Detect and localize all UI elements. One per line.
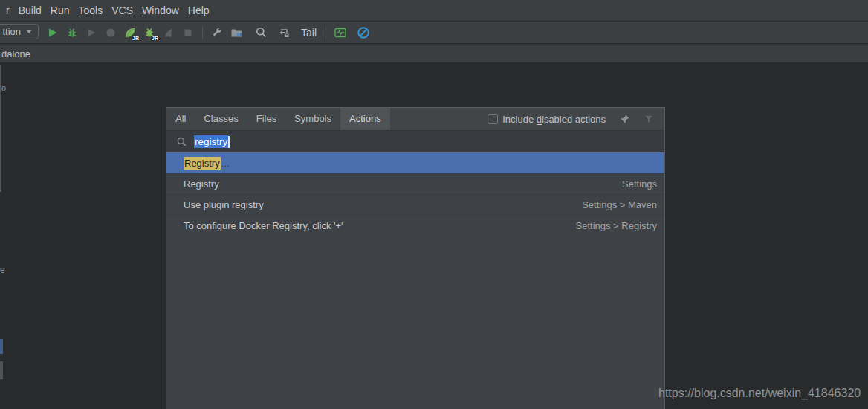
result-row[interactable]: Use plugin registry Settings > Maven — [166, 194, 664, 215]
menu-item-help[interactable]: Help — [184, 4, 214, 16]
update-save-icon — [278, 27, 291, 39]
fin-icon — [163, 27, 175, 39]
toolbar-separator — [202, 26, 203, 39]
result-row[interactable]: Registry Settings — [166, 173, 664, 194]
menu-item-cutoff[interactable]: r — [1, 4, 14, 16]
text-caret — [228, 136, 230, 148]
monitor-button[interactable] — [333, 25, 348, 40]
breadcrumb-bar: dalone — [0, 44, 868, 63]
debug-bug-icon — [66, 27, 78, 39]
prohibit-icon — [357, 26, 370, 39]
menu-item-vcs[interactable]: VCS — [107, 4, 137, 16]
rerun-button-disabled[interactable] — [161, 25, 176, 40]
pin-icon[interactable] — [619, 114, 630, 125]
stop-button-disabled[interactable] — [181, 25, 195, 40]
chevron-down-icon — [26, 30, 32, 33]
menu-item-tools[interactable]: Tools — [74, 4, 108, 16]
update-application-button[interactable] — [276, 25, 291, 40]
tab-classes[interactable]: Classes — [195, 108, 247, 130]
jrebel-badge: JR — [152, 36, 158, 41]
result-match-highlight: Registry — [184, 157, 221, 170]
jrebel-run-button[interactable]: JR — [123, 25, 137, 40]
result-location: Settings — [622, 178, 657, 190]
stop-icon — [182, 27, 194, 39]
jrebel-badge: JR — [132, 36, 139, 41]
tool-window-label-fragment: e — [0, 265, 5, 275]
wrench-icon — [211, 27, 223, 39]
debug-button[interactable] — [65, 25, 80, 40]
tab-files[interactable]: Files — [247, 108, 285, 130]
tab-all[interactable]: All — [166, 108, 195, 130]
run-button[interactable] — [45, 25, 60, 40]
run-configuration-dropdown[interactable]: ttion — [0, 24, 39, 39]
result-row[interactable]: To configure Docker Registry, click '+' … — [166, 215, 664, 236]
menu-bar: r Build Run Tools VCS Window Help — [0, 0, 868, 21]
project-structure-button[interactable] — [229, 25, 244, 40]
result-location: Settings > Maven — [582, 199, 657, 210]
popup-header: All Classes Files Symbols Actions Includ… — [166, 108, 664, 130]
tail-button[interactable]: Tail — [301, 27, 317, 39]
search-everywhere-popup: All Classes Files Symbols Actions Includ… — [166, 107, 665, 409]
menu-item-window[interactable]: Window — [137, 4, 184, 16]
menu-item-build[interactable]: Build — [14, 4, 46, 16]
monitor-waveform-icon — [334, 27, 347, 39]
checkbox-box[interactable] — [488, 114, 498, 124]
breadcrumb[interactable]: dalone — [0, 48, 30, 59]
search-icon — [255, 26, 268, 39]
tab-symbols[interactable]: Symbols — [285, 108, 340, 130]
folder-modules-icon — [230, 27, 243, 39]
search-input[interactable]: registry — [194, 135, 228, 148]
jrebel-debug-button[interactable]: JR — [142, 25, 157, 40]
profiler-icon — [105, 27, 117, 39]
run-configuration-label: ttion — [2, 26, 21, 37]
search-icon — [176, 136, 187, 147]
settings-wrench-button[interactable] — [210, 25, 224, 40]
profiler-button-disabled[interactable] — [103, 25, 118, 40]
csdn-watermark: https://blog.csdn.net/weixin_41846320 — [658, 387, 861, 400]
main-toolbar: ttion JR JR — [0, 22, 868, 43]
result-row[interactable]: Registry... — [166, 152, 664, 173]
tab-actions[interactable]: Actions — [340, 108, 390, 130]
menu-item-run[interactable]: Run — [46, 4, 74, 16]
edge-sliver — [0, 339, 3, 354]
tool-window-label-fragment: o — [1, 83, 6, 92]
search-everywhere-button[interactable] — [253, 25, 268, 40]
disable-plugin-button[interactable] — [356, 25, 371, 40]
edge-sliver — [0, 361, 3, 379]
checkbox-label: Include disabled actions — [502, 114, 606, 125]
filter-icon[interactable] — [644, 114, 654, 124]
result-location: Settings > Registry — [576, 220, 657, 231]
run-icon — [47, 27, 59, 39]
run-disabled-icon — [85, 27, 97, 39]
include-disabled-actions-checkbox[interactable]: Include disabled actions — [488, 114, 606, 125]
run-coverage-button-disabled[interactable] — [84, 25, 99, 40]
search-field[interactable]: registry — [166, 130, 664, 152]
toolbar-separator — [326, 26, 326, 39]
